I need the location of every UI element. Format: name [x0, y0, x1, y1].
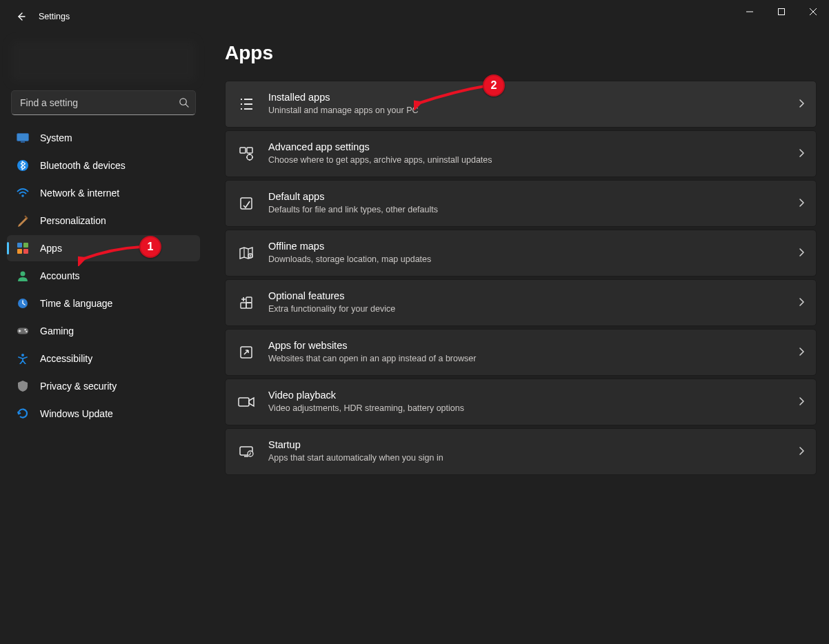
chevron-right-icon	[798, 347, 805, 359]
svg-rect-8	[17, 249, 22, 254]
sidebar-item-label: Personalization	[40, 215, 106, 226]
default-icon	[238, 195, 254, 212]
sidebar-item-accounts[interactable]: Accounts	[7, 263, 200, 289]
close-button[interactable]	[797, 0, 829, 23]
chevron-right-icon	[798, 148, 805, 160]
svg-rect-16	[240, 148, 246, 153]
sidebar-item-label: Accessibility	[40, 353, 92, 364]
card-title: Installed apps	[268, 91, 798, 104]
system-icon	[17, 132, 29, 144]
sidebar-item-privacy[interactable]: Privacy & security	[7, 373, 200, 399]
sidebar: SystemBluetooth & devicesNetwork & inter…	[0, 37, 207, 644]
personalization-icon	[17, 214, 29, 227]
svg-rect-23	[246, 303, 252, 308]
sidebar-item-label: Apps	[40, 243, 62, 254]
chevron-right-icon	[798, 248, 805, 259]
chevron-right-icon	[798, 446, 805, 458]
card-subtitle: Uninstall and manage apps on your PC	[268, 105, 798, 117]
network-icon	[17, 187, 29, 199]
svg-rect-9	[23, 249, 28, 254]
search-icon	[179, 97, 190, 108]
time-icon	[17, 297, 29, 310]
sidebar-item-label: Network & internet	[40, 188, 119, 199]
sidebar-item-personalization[interactable]: Personalization	[7, 208, 200, 234]
annotation-badge-2: 2	[483, 74, 505, 97]
back-button[interactable]	[15, 11, 26, 22]
sidebar-item-system[interactable]: System	[7, 125, 200, 151]
chevron-right-icon	[798, 99, 805, 110]
sidebar-item-label: Accounts	[40, 270, 80, 281]
svg-point-5	[21, 194, 24, 197]
sidebar-item-label: Time & language	[40, 298, 112, 309]
svg-rect-2	[17, 134, 29, 141]
card-advanced[interactable]: Advanced app settingsChoose where to get…	[225, 130, 817, 177]
maps-icon	[238, 245, 254, 261]
svg-point-14	[26, 331, 27, 332]
card-installed[interactable]: Installed appsUninstall and manage apps …	[225, 81, 817, 128]
accessibility-icon	[17, 352, 29, 365]
gaming-icon	[17, 325, 29, 337]
search-box[interactable]	[11, 90, 196, 115]
svg-rect-22	[241, 303, 246, 308]
chevron-right-icon	[798, 396, 805, 408]
sidebar-item-time[interactable]: Time & language	[7, 290, 200, 316]
svg-point-15	[21, 354, 24, 356]
user-profile-blurred[interactable]	[11, 41, 196, 82]
window-controls	[734, 0, 829, 23]
search-input[interactable]	[19, 97, 179, 109]
sidebar-item-apps[interactable]: Apps	[7, 235, 200, 261]
update-icon	[17, 407, 29, 420]
sidebar-item-label: System	[40, 132, 72, 143]
sidebar-item-network[interactable]: Network & internet	[7, 180, 200, 206]
svg-point-10	[21, 272, 26, 276]
chevron-right-icon	[798, 297, 805, 309]
card-default[interactable]: Default appsDefaults for file and link t…	[225, 180, 817, 227]
sidebar-item-label: Privacy & security	[40, 381, 117, 392]
nav-list: SystemBluetooth & devicesNetwork & inter…	[0, 125, 207, 427]
card-subtitle: Choose where to get apps, archive apps, …	[268, 154, 798, 167]
privacy-icon	[17, 380, 29, 392]
sidebar-item-label: Bluetooth & devices	[40, 160, 126, 171]
window-title: Settings	[39, 12, 70, 21]
sidebar-item-bluetooth[interactable]: Bluetooth & devices	[7, 152, 200, 179]
card-subtitle: Defaults for file and link types, other …	[268, 204, 798, 217]
card-websites[interactable]: Apps for websitesWebsites that can open …	[225, 329, 817, 376]
startup-icon	[238, 443, 254, 460]
sidebar-item-accessibility[interactable]: Accessibility	[7, 345, 200, 372]
bluetooth-icon	[17, 159, 29, 172]
card-subtitle: Extra functionality for your device	[268, 303, 798, 316]
card-optional[interactable]: Optional featuresExtra functionality for…	[225, 279, 817, 326]
card-title: Offline maps	[268, 240, 798, 253]
card-maps[interactable]: Offline mapsDownloads, storage location,…	[225, 230, 817, 276]
title-bar: Settings	[0, 0, 829, 32]
installed-icon	[238, 96, 254, 112]
svg-rect-3	[21, 141, 25, 143]
advanced-icon	[238, 145, 254, 162]
video-icon	[238, 394, 254, 410]
card-subtitle: Websites that can open in an app instead…	[268, 353, 798, 365]
sidebar-item-gaming[interactable]: Gaming	[7, 318, 200, 344]
card-title: Advanced app settings	[268, 141, 798, 154]
card-video[interactable]: Video playbackVideo adjustments, HDR str…	[225, 379, 817, 425]
svg-point-18	[247, 154, 252, 160]
card-title: Apps for websites	[268, 339, 798, 352]
card-subtitle: Video adjustments, HDR streaming, batter…	[268, 403, 798, 415]
card-startup[interactable]: StartupApps that start automatically whe…	[225, 428, 817, 475]
sidebar-item-label: Windows Update	[40, 408, 113, 419]
sidebar-item-label: Gaming	[40, 325, 74, 336]
optional-icon	[238, 294, 254, 311]
card-title: Default apps	[268, 190, 798, 203]
svg-rect-25	[239, 398, 249, 406]
card-subtitle: Apps that start automatically when you s…	[268, 452, 798, 465]
card-subtitle: Downloads, storage location, map updates	[268, 254, 798, 266]
card-title: Video playback	[268, 389, 798, 402]
maximize-button[interactable]	[766, 0, 797, 23]
minimize-button[interactable]	[734, 0, 766, 23]
annotation-badge-1: 1	[139, 236, 161, 258]
card-title: Startup	[268, 439, 798, 452]
svg-rect-7	[23, 243, 28, 248]
svg-point-1	[180, 99, 186, 105]
svg-rect-6	[17, 243, 22, 248]
svg-rect-21	[246, 297, 252, 303]
sidebar-item-update[interactable]: Windows Update	[7, 401, 200, 427]
